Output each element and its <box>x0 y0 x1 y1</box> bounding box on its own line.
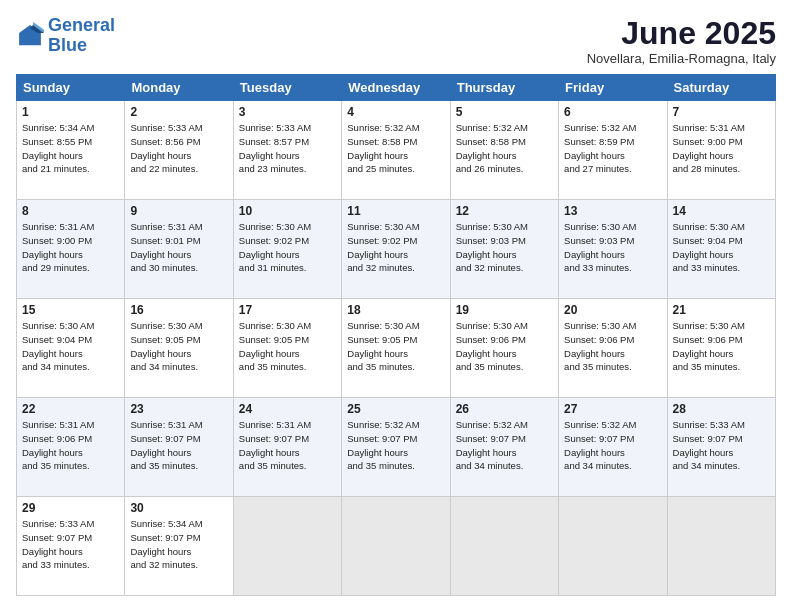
table-cell: 16 Sunrise: 5:30 AM Sunset: 9:05 PM Dayl… <box>125 299 233 398</box>
header-row: Sunday Monday Tuesday Wednesday Thursday… <box>17 75 776 101</box>
day-number: 27 <box>564 402 661 416</box>
cell-text: Sunrise: 5:34 AM Sunset: 8:55 PM Dayligh… <box>22 121 119 176</box>
sunset: Sunset: 9:07 PM <box>673 433 743 444</box>
sunrise: Sunrise: 5:31 AM <box>22 221 94 232</box>
table-cell: 26 Sunrise: 5:32 AM Sunset: 9:07 PM Dayl… <box>450 398 558 497</box>
sunrise: Sunrise: 5:32 AM <box>347 122 419 133</box>
cell-text: Sunrise: 5:30 AM Sunset: 9:02 PM Dayligh… <box>239 220 336 275</box>
sunset: Sunset: 9:01 PM <box>130 235 200 246</box>
daylight-label: Daylight hoursand 25 minutes. <box>347 150 415 175</box>
sunset: Sunset: 9:07 PM <box>564 433 634 444</box>
sunset: Sunset: 9:05 PM <box>239 334 309 345</box>
table-cell: 7 Sunrise: 5:31 AM Sunset: 9:00 PM Dayli… <box>667 101 775 200</box>
sunrise: Sunrise: 5:30 AM <box>239 320 311 331</box>
table-cell: 28 Sunrise: 5:33 AM Sunset: 9:07 PM Dayl… <box>667 398 775 497</box>
sunrise: Sunrise: 5:34 AM <box>22 122 94 133</box>
sunrise: Sunrise: 5:30 AM <box>347 320 419 331</box>
sunset: Sunset: 8:58 PM <box>347 136 417 147</box>
day-number: 10 <box>239 204 336 218</box>
day-number: 29 <box>22 501 119 515</box>
sunrise: Sunrise: 5:31 AM <box>239 419 311 430</box>
cell-text: Sunrise: 5:33 AM Sunset: 9:07 PM Dayligh… <box>673 418 770 473</box>
logo-line2: Blue <box>48 35 87 55</box>
sunset: Sunset: 9:06 PM <box>673 334 743 345</box>
sunset: Sunset: 9:04 PM <box>673 235 743 246</box>
day-number: 19 <box>456 303 553 317</box>
table-cell: 17 Sunrise: 5:30 AM Sunset: 9:05 PM Dayl… <box>233 299 341 398</box>
cell-text: Sunrise: 5:33 AM Sunset: 9:07 PM Dayligh… <box>22 517 119 572</box>
sunrise: Sunrise: 5:33 AM <box>130 122 202 133</box>
sunrise: Sunrise: 5:32 AM <box>564 419 636 430</box>
sunrise: Sunrise: 5:30 AM <box>239 221 311 232</box>
cell-text: Sunrise: 5:33 AM Sunset: 8:56 PM Dayligh… <box>130 121 227 176</box>
sunrise: Sunrise: 5:31 AM <box>130 419 202 430</box>
daylight-label: Daylight hoursand 30 minutes. <box>130 249 198 274</box>
table-cell <box>450 497 558 596</box>
sunset: Sunset: 9:07 PM <box>130 532 200 543</box>
calendar-row: 1 Sunrise: 5:34 AM Sunset: 8:55 PM Dayli… <box>17 101 776 200</box>
sunrise: Sunrise: 5:30 AM <box>22 320 94 331</box>
day-number: 14 <box>673 204 770 218</box>
cell-text: Sunrise: 5:31 AM Sunset: 9:01 PM Dayligh… <box>130 220 227 275</box>
day-number: 30 <box>130 501 227 515</box>
daylight-label: Daylight hoursand 28 minutes. <box>673 150 741 175</box>
logo-icon <box>16 22 44 50</box>
sunrise: Sunrise: 5:31 AM <box>22 419 94 430</box>
table-cell: 19 Sunrise: 5:30 AM Sunset: 9:06 PM Dayl… <box>450 299 558 398</box>
table-cell: 29 Sunrise: 5:33 AM Sunset: 9:07 PM Dayl… <box>17 497 125 596</box>
day-number: 18 <box>347 303 444 317</box>
day-number: 17 <box>239 303 336 317</box>
cell-text: Sunrise: 5:31 AM Sunset: 9:00 PM Dayligh… <box>22 220 119 275</box>
day-number: 6 <box>564 105 661 119</box>
table-cell: 22 Sunrise: 5:31 AM Sunset: 9:06 PM Dayl… <box>17 398 125 497</box>
sunrise: Sunrise: 5:30 AM <box>456 320 528 331</box>
daylight-label: Daylight hoursand 34 minutes. <box>130 348 198 373</box>
sunrise: Sunrise: 5:30 AM <box>564 221 636 232</box>
table-cell: 21 Sunrise: 5:30 AM Sunset: 9:06 PM Dayl… <box>667 299 775 398</box>
cell-text: Sunrise: 5:30 AM Sunset: 9:05 PM Dayligh… <box>347 319 444 374</box>
table-cell: 6 Sunrise: 5:32 AM Sunset: 8:59 PM Dayli… <box>559 101 667 200</box>
table-cell: 2 Sunrise: 5:33 AM Sunset: 8:56 PM Dayli… <box>125 101 233 200</box>
header: General Blue June 2025 Novellara, Emilia… <box>16 16 776 66</box>
col-wednesday: Wednesday <box>342 75 450 101</box>
table-cell: 24 Sunrise: 5:31 AM Sunset: 9:07 PM Dayl… <box>233 398 341 497</box>
sunrise: Sunrise: 5:30 AM <box>347 221 419 232</box>
table-cell: 12 Sunrise: 5:30 AM Sunset: 9:03 PM Dayl… <box>450 200 558 299</box>
calendar-row: 15 Sunrise: 5:30 AM Sunset: 9:04 PM Dayl… <box>17 299 776 398</box>
table-cell: 20 Sunrise: 5:30 AM Sunset: 9:06 PM Dayl… <box>559 299 667 398</box>
daylight-label: Daylight hoursand 33 minutes. <box>22 546 90 571</box>
day-number: 25 <box>347 402 444 416</box>
cell-text: Sunrise: 5:34 AM Sunset: 9:07 PM Dayligh… <box>130 517 227 572</box>
day-number: 20 <box>564 303 661 317</box>
daylight-label: Daylight hoursand 21 minutes. <box>22 150 90 175</box>
daylight-label: Daylight hoursand 26 minutes. <box>456 150 524 175</box>
daylight-label: Daylight hoursand 34 minutes. <box>22 348 90 373</box>
sunrise: Sunrise: 5:33 AM <box>22 518 94 529</box>
sunrise: Sunrise: 5:31 AM <box>130 221 202 232</box>
sunset: Sunset: 8:58 PM <box>456 136 526 147</box>
table-cell <box>233 497 341 596</box>
cell-text: Sunrise: 5:33 AM Sunset: 8:57 PM Dayligh… <box>239 121 336 176</box>
day-number: 1 <box>22 105 119 119</box>
daylight-label: Daylight hoursand 32 minutes. <box>456 249 524 274</box>
day-number: 9 <box>130 204 227 218</box>
cell-text: Sunrise: 5:30 AM Sunset: 9:04 PM Dayligh… <box>673 220 770 275</box>
calendar-table: Sunday Monday Tuesday Wednesday Thursday… <box>16 74 776 596</box>
table-cell: 10 Sunrise: 5:30 AM Sunset: 9:02 PM Dayl… <box>233 200 341 299</box>
day-number: 26 <box>456 402 553 416</box>
daylight-label: Daylight hoursand 35 minutes. <box>130 447 198 472</box>
cell-text: Sunrise: 5:30 AM Sunset: 9:04 PM Dayligh… <box>22 319 119 374</box>
table-cell: 30 Sunrise: 5:34 AM Sunset: 9:07 PM Dayl… <box>125 497 233 596</box>
sunset: Sunset: 9:03 PM <box>564 235 634 246</box>
sunset: Sunset: 9:02 PM <box>347 235 417 246</box>
col-tuesday: Tuesday <box>233 75 341 101</box>
table-cell: 14 Sunrise: 5:30 AM Sunset: 9:04 PM Dayl… <box>667 200 775 299</box>
sunrise: Sunrise: 5:32 AM <box>456 122 528 133</box>
day-number: 11 <box>347 204 444 218</box>
cell-text: Sunrise: 5:31 AM Sunset: 9:06 PM Dayligh… <box>22 418 119 473</box>
location: Novellara, Emilia-Romagna, Italy <box>587 51 776 66</box>
table-cell: 18 Sunrise: 5:30 AM Sunset: 9:05 PM Dayl… <box>342 299 450 398</box>
table-cell: 1 Sunrise: 5:34 AM Sunset: 8:55 PM Dayli… <box>17 101 125 200</box>
daylight-label: Daylight hoursand 31 minutes. <box>239 249 307 274</box>
table-cell: 4 Sunrise: 5:32 AM Sunset: 8:58 PM Dayli… <box>342 101 450 200</box>
